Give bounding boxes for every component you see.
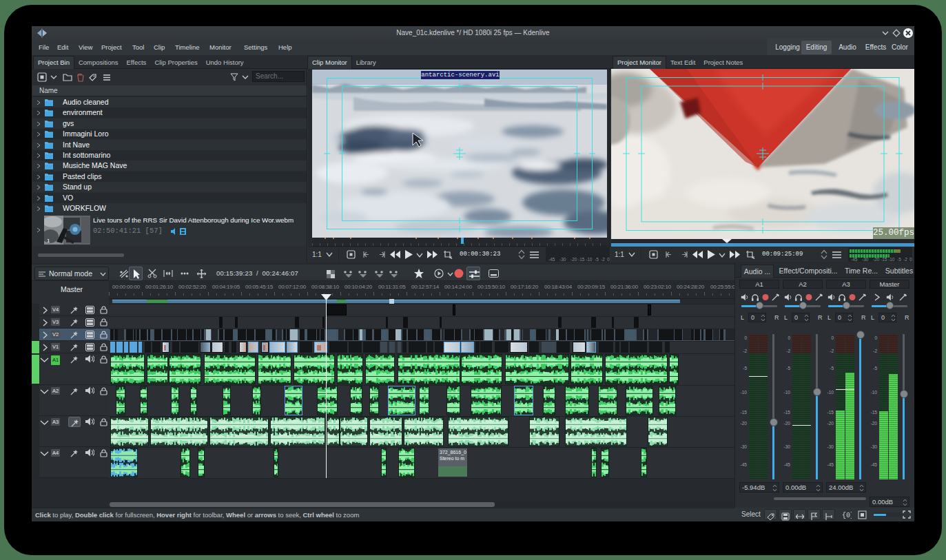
- svg-text:{0}: {0}: [842, 512, 852, 519]
- svg-text:1: 1: [47, 238, 50, 244]
